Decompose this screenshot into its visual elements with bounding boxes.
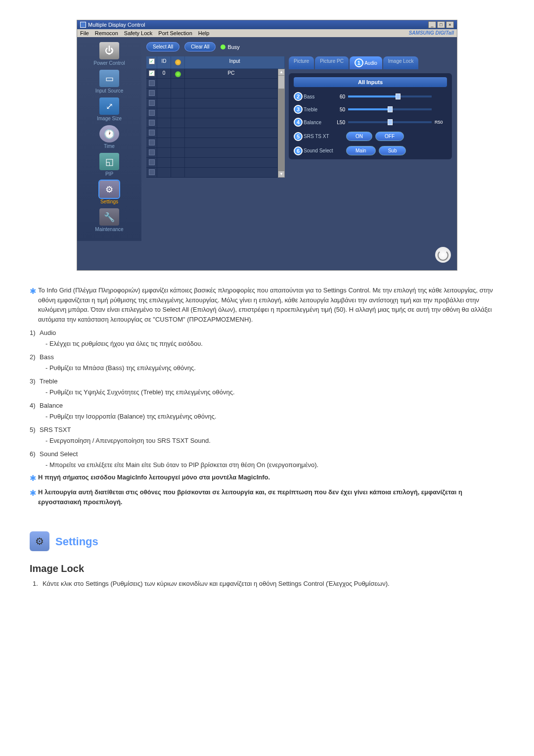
row-checkbox[interactable]: [149, 159, 155, 165]
scroll-up-icon[interactable]: ▲: [278, 69, 284, 75]
info-grid: ✓ ID Input ✓0PC: [146, 56, 285, 178]
table-row[interactable]: ✓0PC: [146, 69, 278, 79]
badge-1: 1: [355, 58, 363, 67]
row-checkbox[interactable]: [149, 80, 155, 86]
settings-icon: ⚙: [99, 181, 119, 198]
row-checkbox[interactable]: [149, 140, 155, 145]
slider-thumb[interactable]: [388, 119, 393, 125]
sound-main-button[interactable]: Main: [346, 146, 376, 155]
app-window: Multiple Display Control _ □ × File Remo…: [77, 20, 457, 271]
list-item: 1)Audio- Ελέγχει τις ρυθμίσεις ήχου για …: [30, 328, 504, 348]
tab-picture-pc[interactable]: Picture PC: [315, 56, 349, 69]
time-icon: 🕐: [99, 125, 119, 142]
balance-value-right: R50: [435, 120, 447, 125]
grid-header-status[interactable]: [171, 56, 185, 68]
tab-image-lock[interactable]: Image Lock: [383, 56, 419, 69]
power-icon: ⏻: [99, 42, 119, 59]
srs-row: 5 SRS TS XT ON OFF: [294, 132, 447, 141]
maintenance-icon: 🔧: [99, 208, 119, 226]
row-checkbox[interactable]: [149, 149, 155, 155]
sidebar-item-maintenance[interactable]: 🔧Maintenance: [80, 208, 138, 232]
table-row[interactable]: [146, 118, 278, 128]
bass-value: 60: [331, 94, 345, 99]
section-title: Settings: [55, 533, 98, 550]
srs-on-button[interactable]: ON: [346, 132, 372, 141]
star-icon: ✱: [30, 472, 36, 484]
star-icon: ✱: [30, 285, 36, 324]
menu-help[interactable]: Help: [198, 30, 210, 36]
scroll-down-icon[interactable]: ▼: [278, 171, 284, 177]
treble-slider[interactable]: [348, 108, 432, 110]
srs-off-button[interactable]: OFF: [375, 132, 404, 141]
slider-thumb[interactable]: [388, 106, 393, 112]
power-button-icon[interactable]: [435, 247, 451, 263]
sidebar-item-power[interactable]: ⏻Power Control: [80, 42, 138, 66]
close-button[interactable]: ×: [446, 21, 454, 28]
menubar: File Remocon Safety Lock Port Selection …: [77, 29, 457, 37]
treble-value: 50: [331, 107, 345, 112]
menu-file[interactable]: File: [80, 30, 89, 36]
panel-title: All Inputs: [294, 77, 447, 87]
sidebar-item-pip[interactable]: ◱PIP: [80, 153, 138, 177]
sidebar-item-settings[interactable]: ⚙Settings: [80, 181, 138, 204]
minimize-button[interactable]: _: [428, 21, 436, 28]
table-row[interactable]: [146, 138, 278, 148]
clear-all-button[interactable]: Clear All: [184, 42, 216, 51]
sidebar-item-inputsource[interactable]: ▭Input Source: [80, 70, 138, 94]
menu-remocon[interactable]: Remocon: [95, 30, 118, 36]
section-header: ⚙ Settings: [30, 531, 504, 551]
busy-dot-icon: [221, 45, 225, 49]
table-row[interactable]: [146, 98, 278, 108]
row-checkbox[interactable]: ✓: [149, 70, 155, 76]
list-item: 2)Bass- Ρυθμίζει τα Μπάσα (Bass) της επι…: [30, 352, 504, 373]
footer: [77, 241, 457, 270]
brand-logo: SAMSUNG DIGITall: [409, 30, 454, 36]
slider-thumb[interactable]: [396, 94, 400, 99]
sidebar-item-time[interactable]: 🕐Time: [80, 125, 138, 149]
note-availability: ✱ Η λειτουργία αυτή διατίθεται στις οθόν…: [30, 487, 504, 507]
menu-portselection[interactable]: Port Selection: [158, 30, 192, 36]
grid-header-check[interactable]: ✓: [146, 56, 157, 68]
scrollbar-vertical[interactable]: ▲ ▼: [278, 69, 285, 178]
row-checkbox[interactable]: [149, 110, 155, 116]
table-row[interactable]: [146, 128, 278, 138]
badge-4: 4: [294, 118, 303, 127]
tab-audio[interactable]: 1 Audio: [350, 56, 382, 69]
sound-sub-button[interactable]: Sub: [379, 146, 406, 155]
balance-value-left: L50: [331, 120, 345, 125]
table-row[interactable]: [146, 79, 278, 89]
grid-header-id[interactable]: ID: [157, 56, 171, 68]
intro-note: ✱ Το Info Grid (Πλέγμα Πληροφοριών) εμφα…: [30, 285, 504, 324]
row-checkbox[interactable]: [149, 169, 155, 175]
grid-header-input[interactable]: Input: [185, 56, 285, 68]
menu-safetylock[interactable]: Safety Lock: [124, 30, 152, 36]
sound-select-row: 6 Sound Select Main Sub: [294, 146, 447, 155]
table-row[interactable]: [146, 89, 278, 98]
row-checkbox[interactable]: [149, 90, 155, 96]
balance-slider[interactable]: [348, 121, 432, 123]
select-all-button[interactable]: Select All: [146, 42, 179, 51]
bass-slider[interactable]: [348, 95, 432, 97]
titlebar: Multiple Display Control _ □ ×: [77, 20, 457, 29]
maximize-button[interactable]: □: [437, 21, 445, 28]
sidebar-item-imagesize[interactable]: ⤢Image Size: [80, 97, 138, 121]
star-icon: ✱: [30, 487, 36, 507]
table-row[interactable]: [146, 168, 278, 178]
bass-label: Bass: [304, 94, 328, 99]
row-checkbox[interactable]: [149, 100, 155, 106]
list-item: 4)Balance- Ρυθμίζει την Ισορροπία (Balan…: [30, 401, 504, 421]
status-led-icon: [175, 59, 181, 65]
scroll-thumb[interactable]: [278, 76, 284, 89]
busy-indicator: Busy: [221, 44, 239, 50]
table-row[interactable]: [146, 108, 278, 118]
tab-picture[interactable]: Picture: [289, 56, 314, 69]
row-input: PC: [185, 69, 278, 78]
row-checkbox[interactable]: [149, 130, 155, 136]
sound-select-label: Sound Select: [304, 148, 343, 153]
row-checkbox[interactable]: [149, 120, 155, 126]
table-row[interactable]: [146, 148, 278, 158]
sidebar: ⏻Power Control ▭Input Source ⤢Image Size…: [77, 37, 141, 241]
table-row[interactable]: [146, 158, 278, 168]
pip-icon: ◱: [99, 153, 119, 170]
status-led-icon: [175, 71, 181, 77]
